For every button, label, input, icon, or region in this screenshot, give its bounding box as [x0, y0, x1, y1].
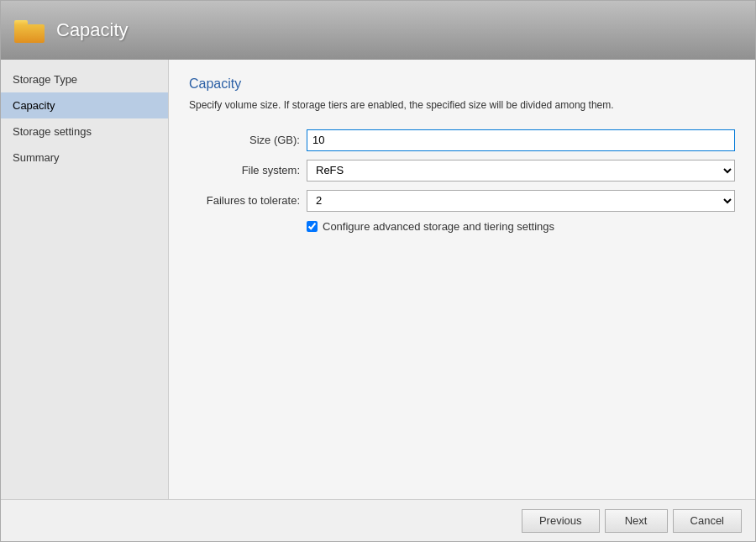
advanced-checkbox-label[interactable]: Configure advanced storage and tiering s…: [323, 220, 554, 233]
filesystem-select[interactable]: ReFS NTFS FAT32: [307, 160, 735, 182]
dialog-title: Capacity: [56, 19, 129, 41]
dialog-body: Storage Type Capacity Storage settings S…: [1, 60, 755, 499]
size-input-wrap: [307, 129, 735, 151]
filesystem-select-wrap: ReFS NTFS FAT32: [307, 160, 735, 182]
filesystem-label: File system:: [189, 164, 307, 176]
failures-select-wrap: 0 1 2 3: [307, 190, 735, 212]
sidebar-item-storage-type[interactable]: Storage Type: [1, 66, 168, 92]
size-input[interactable]: [307, 129, 735, 151]
dialog-header: Capacity: [1, 1, 755, 60]
section-description: Specify volume size. If storage tiers ar…: [189, 98, 735, 113]
sidebar: Storage Type Capacity Storage settings S…: [1, 60, 169, 499]
size-row: Size (GB):: [189, 129, 735, 151]
next-button[interactable]: Next: [605, 509, 668, 533]
failures-label: Failures to tolerate:: [189, 194, 307, 207]
advanced-checkbox[interactable]: [307, 221, 318, 232]
previous-button[interactable]: Previous: [522, 509, 600, 533]
dialog-window: Capacity Storage Type Capacity Storage s…: [0, 0, 756, 542]
failures-row: Failures to tolerate: 0 1 2 3: [189, 190, 735, 212]
sidebar-item-capacity[interactable]: Capacity: [1, 92, 168, 118]
main-content: Capacity Specify volume size. If storage…: [169, 60, 755, 499]
advanced-checkbox-row: Configure advanced storage and tiering s…: [307, 220, 735, 233]
sidebar-item-storage-settings[interactable]: Storage settings: [1, 118, 168, 145]
folder-icon: [14, 18, 46, 43]
dialog-footer: Previous Next Cancel: [1, 499, 755, 541]
cancel-button[interactable]: Cancel: [673, 509, 742, 533]
section-title: Capacity: [189, 76, 735, 92]
filesystem-row: File system: ReFS NTFS FAT32: [189, 160, 735, 182]
failures-select[interactable]: 0 1 2 3: [307, 190, 735, 212]
sidebar-item-summary[interactable]: Summary: [1, 145, 168, 171]
size-label: Size (GB):: [189, 134, 307, 146]
